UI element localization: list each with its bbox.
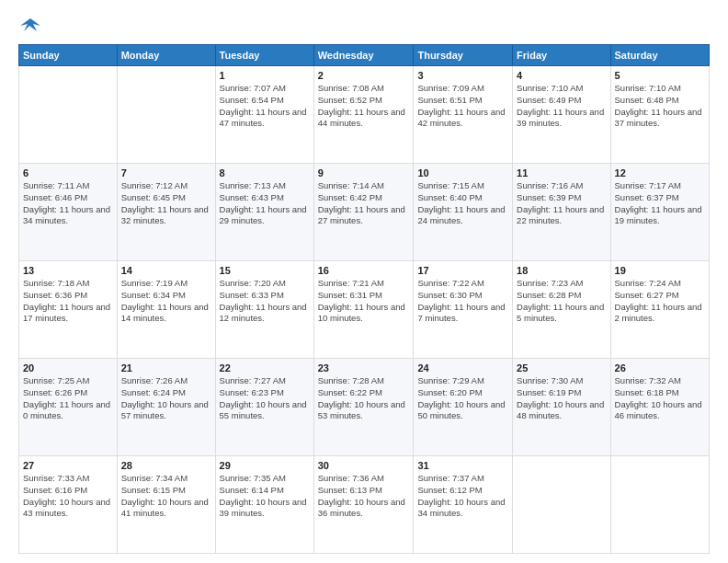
day-number: 9 — [318, 167, 410, 178]
page: SundayMondayTuesdayWednesdayThursdayFrid… — [0, 0, 728, 563]
week-row-5: 27Sunrise: 7:33 AM Sunset: 6:16 PM Dayli… — [19, 456, 710, 554]
day-cell: 18Sunrise: 7:23 AM Sunset: 6:28 PM Dayli… — [513, 261, 610, 359]
day-number: 30 — [318, 460, 410, 471]
week-row-2: 6Sunrise: 7:11 AM Sunset: 6:46 PM Daylig… — [19, 164, 710, 261]
day-cell: 1Sunrise: 7:07 AM Sunset: 6:54 PM Daylig… — [215, 66, 313, 164]
day-number: 4 — [517, 70, 606, 81]
day-info: Sunrise: 7:32 AM Sunset: 6:18 PM Dayligh… — [615, 375, 705, 422]
day-cell: 20Sunrise: 7:25 AM Sunset: 6:26 PM Dayli… — [19, 359, 118, 456]
day-info: Sunrise: 7:08 AM Sunset: 6:52 PM Dayligh… — [318, 83, 410, 130]
day-cell — [117, 66, 215, 164]
header — [18, 15, 710, 35]
day-info: Sunrise: 7:20 AM Sunset: 6:33 PM Dayligh… — [220, 278, 310, 325]
day-cell: 23Sunrise: 7:28 AM Sunset: 6:22 PM Dayli… — [313, 359, 414, 456]
day-cell: 30Sunrise: 7:36 AM Sunset: 6:13 PM Dayli… — [313, 456, 414, 554]
day-cell: 10Sunrise: 7:15 AM Sunset: 6:40 PM Dayli… — [414, 164, 513, 261]
day-info: Sunrise: 7:23 AM Sunset: 6:28 PM Dayligh… — [517, 278, 606, 325]
day-number: 5 — [615, 70, 705, 81]
svg-marker-0 — [20, 18, 40, 31]
day-info: Sunrise: 7:37 AM Sunset: 6:12 PM Dayligh… — [417, 473, 508, 520]
day-info: Sunrise: 7:11 AM Sunset: 6:46 PM Dayligh… — [23, 180, 113, 227]
day-cell: 12Sunrise: 7:17 AM Sunset: 6:37 PM Dayli… — [610, 164, 709, 261]
day-cell: 29Sunrise: 7:35 AM Sunset: 6:14 PM Dayli… — [215, 456, 313, 554]
day-number: 8 — [220, 167, 310, 178]
day-cell: 15Sunrise: 7:20 AM Sunset: 6:33 PM Dayli… — [215, 261, 313, 359]
day-info: Sunrise: 7:36 AM Sunset: 6:13 PM Dayligh… — [318, 473, 410, 520]
weekday-monday: Monday — [117, 45, 215, 66]
week-row-1: 1Sunrise: 7:07 AM Sunset: 6:54 PM Daylig… — [19, 66, 710, 164]
day-number: 23 — [318, 362, 410, 373]
day-info: Sunrise: 7:29 AM Sunset: 6:20 PM Dayligh… — [417, 375, 508, 422]
day-number: 20 — [23, 362, 113, 373]
day-number: 6 — [23, 167, 113, 178]
day-info: Sunrise: 7:33 AM Sunset: 6:16 PM Dayligh… — [23, 473, 113, 520]
day-number: 3 — [417, 70, 508, 81]
day-cell: 5Sunrise: 7:10 AM Sunset: 6:48 PM Daylig… — [610, 66, 709, 164]
day-info: Sunrise: 7:14 AM Sunset: 6:42 PM Dayligh… — [318, 180, 410, 227]
week-row-4: 20Sunrise: 7:25 AM Sunset: 6:26 PM Dayli… — [19, 359, 710, 456]
day-info: Sunrise: 7:10 AM Sunset: 6:49 PM Dayligh… — [517, 83, 606, 130]
logo — [18, 15, 40, 35]
weekday-sunday: Sunday — [19, 45, 118, 66]
day-number: 27 — [23, 460, 113, 471]
day-cell: 6Sunrise: 7:11 AM Sunset: 6:46 PM Daylig… — [19, 164, 118, 261]
day-number: 17 — [417, 265, 508, 276]
day-info: Sunrise: 7:35 AM Sunset: 6:14 PM Dayligh… — [220, 473, 310, 520]
day-cell: 16Sunrise: 7:21 AM Sunset: 6:31 PM Dayli… — [313, 261, 414, 359]
day-info: Sunrise: 7:27 AM Sunset: 6:23 PM Dayligh… — [220, 375, 310, 422]
day-info: Sunrise: 7:30 AM Sunset: 6:19 PM Dayligh… — [517, 375, 606, 422]
day-cell: 25Sunrise: 7:30 AM Sunset: 6:19 PM Dayli… — [513, 359, 610, 456]
day-number: 13 — [23, 265, 113, 276]
day-cell: 11Sunrise: 7:16 AM Sunset: 6:39 PM Dayli… — [513, 164, 610, 261]
day-cell: 19Sunrise: 7:24 AM Sunset: 6:27 PM Dayli… — [610, 261, 709, 359]
day-number: 10 — [417, 167, 508, 178]
day-cell: 27Sunrise: 7:33 AM Sunset: 6:16 PM Dayli… — [19, 456, 118, 554]
weekday-wednesday: Wednesday — [313, 45, 414, 66]
day-cell: 7Sunrise: 7:12 AM Sunset: 6:45 PM Daylig… — [117, 164, 215, 261]
day-number: 12 — [615, 167, 705, 178]
day-cell: 17Sunrise: 7:22 AM Sunset: 6:30 PM Dayli… — [414, 261, 513, 359]
day-info: Sunrise: 7:18 AM Sunset: 6:36 PM Dayligh… — [23, 278, 113, 325]
weekday-saturday: Saturday — [610, 45, 709, 66]
day-info: Sunrise: 7:21 AM Sunset: 6:31 PM Dayligh… — [318, 278, 410, 325]
day-number: 2 — [318, 70, 410, 81]
day-cell: 26Sunrise: 7:32 AM Sunset: 6:18 PM Dayli… — [610, 359, 709, 456]
day-info: Sunrise: 7:19 AM Sunset: 6:34 PM Dayligh… — [121, 278, 211, 325]
day-info: Sunrise: 7:26 AM Sunset: 6:24 PM Dayligh… — [121, 375, 211, 422]
logo-bird-icon — [20, 15, 40, 35]
day-info: Sunrise: 7:34 AM Sunset: 6:15 PM Dayligh… — [121, 473, 211, 520]
day-cell: 21Sunrise: 7:26 AM Sunset: 6:24 PM Dayli… — [117, 359, 215, 456]
day-cell: 14Sunrise: 7:19 AM Sunset: 6:34 PM Dayli… — [117, 261, 215, 359]
day-number: 29 — [220, 460, 310, 471]
day-cell: 4Sunrise: 7:10 AM Sunset: 6:49 PM Daylig… — [513, 66, 610, 164]
day-cell: 2Sunrise: 7:08 AM Sunset: 6:52 PM Daylig… — [313, 66, 414, 164]
day-cell: 22Sunrise: 7:27 AM Sunset: 6:23 PM Dayli… — [215, 359, 313, 456]
day-number: 7 — [121, 167, 211, 178]
day-cell: 31Sunrise: 7:37 AM Sunset: 6:12 PM Dayli… — [414, 456, 513, 554]
day-info: Sunrise: 7:09 AM Sunset: 6:51 PM Dayligh… — [417, 83, 508, 130]
day-number: 11 — [517, 167, 606, 178]
day-cell: 28Sunrise: 7:34 AM Sunset: 6:15 PM Dayli… — [117, 456, 215, 554]
day-number: 19 — [615, 265, 705, 276]
weekday-tuesday: Tuesday — [215, 45, 313, 66]
day-info: Sunrise: 7:22 AM Sunset: 6:30 PM Dayligh… — [417, 278, 508, 325]
day-info: Sunrise: 7:13 AM Sunset: 6:43 PM Dayligh… — [220, 180, 310, 227]
day-number: 16 — [318, 265, 410, 276]
day-info: Sunrise: 7:16 AM Sunset: 6:39 PM Dayligh… — [517, 180, 606, 227]
day-cell — [610, 456, 709, 554]
day-cell: 24Sunrise: 7:29 AM Sunset: 6:20 PM Dayli… — [414, 359, 513, 456]
day-number: 26 — [615, 362, 705, 373]
day-number: 18 — [517, 265, 606, 276]
day-info: Sunrise: 7:12 AM Sunset: 6:45 PM Dayligh… — [121, 180, 211, 227]
day-info: Sunrise: 7:17 AM Sunset: 6:37 PM Dayligh… — [615, 180, 705, 227]
day-info: Sunrise: 7:15 AM Sunset: 6:40 PM Dayligh… — [417, 180, 508, 227]
weekday-thursday: Thursday — [414, 45, 513, 66]
day-cell — [513, 456, 610, 554]
day-cell: 8Sunrise: 7:13 AM Sunset: 6:43 PM Daylig… — [215, 164, 313, 261]
day-cell: 3Sunrise: 7:09 AM Sunset: 6:51 PM Daylig… — [414, 66, 513, 164]
day-info: Sunrise: 7:25 AM Sunset: 6:26 PM Dayligh… — [23, 375, 113, 422]
day-number: 1 — [220, 70, 310, 81]
day-number: 24 — [417, 362, 508, 373]
day-number: 21 — [121, 362, 211, 373]
day-number: 14 — [121, 265, 211, 276]
